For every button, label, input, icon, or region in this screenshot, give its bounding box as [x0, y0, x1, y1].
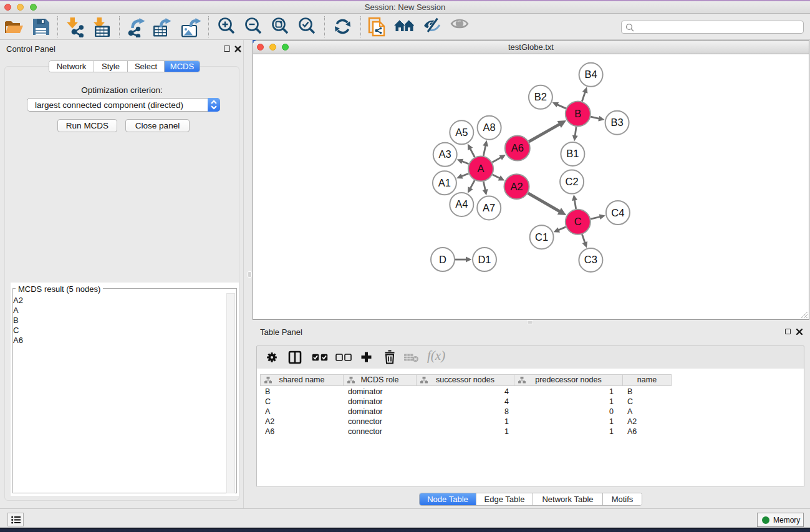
svg-text:B3: B3 [611, 117, 624, 128]
svg-text:D1: D1 [478, 254, 491, 265]
svg-text:C1: C1 [535, 231, 548, 243]
svg-text:A8: A8 [483, 122, 496, 133]
svg-text:A5: A5 [455, 127, 468, 138]
svg-text:C2: C2 [566, 176, 579, 187]
svg-text:B2: B2 [534, 91, 547, 102]
svg-text:A7: A7 [483, 202, 495, 213]
svg-text:C4: C4 [611, 207, 624, 218]
svg-text:C: C [574, 216, 582, 227]
svg-text:A4: A4 [455, 198, 468, 210]
svg-text:A2: A2 [510, 181, 523, 192]
svg-text:B: B [574, 108, 581, 119]
svg-text:A: A [478, 163, 485, 174]
svg-text:A1: A1 [438, 177, 451, 188]
svg-text:C3: C3 [584, 254, 597, 265]
svg-text:D: D [439, 254, 446, 265]
svg-text:B4: B4 [585, 69, 597, 80]
svg-text:A3: A3 [439, 148, 451, 160]
svg-text:A6: A6 [511, 142, 524, 153]
svg-text:B1: B1 [566, 148, 579, 159]
